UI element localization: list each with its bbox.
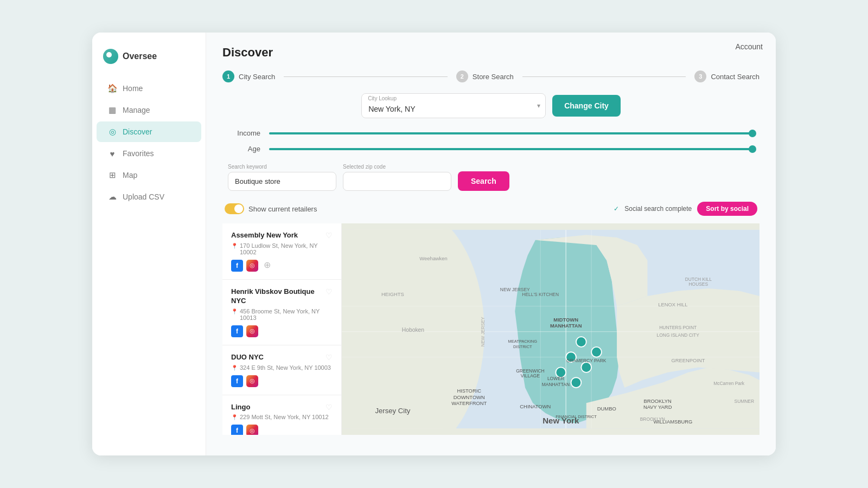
favorite-icon-3[interactable]: ♡ [326,403,333,412]
sort-by-social-button[interactable]: Sort by social [697,202,757,216]
store-name-3: Lingo [231,403,323,412]
more-icon-0: ⊕ [264,260,271,272]
page-title: Discover [222,46,760,60]
svg-text:MIDTOWN: MIDTOWN [553,317,578,323]
instagram-icon-2[interactable]: ◎ [246,375,258,387]
home-icon: 🏠 [107,84,117,93]
svg-text:CHINATOWN: CHINATOWN [520,403,551,409]
show-retailers-toggle[interactable] [225,203,244,214]
sidebar-item-home[interactable]: 🏠 Home [97,78,201,99]
svg-text:MEATPACKING: MEATPACKING [508,339,538,344]
svg-text:MANHATTAN: MANHATTAN [550,323,582,329]
keyword-input[interactable] [228,172,336,191]
svg-point-9 [576,337,586,347]
store-card-3[interactable]: Lingo ♡ 📍 229 Mott St, New York, NY 1001… [222,395,341,435]
svg-point-12 [571,377,582,388]
instagram-icon-3[interactable]: ◎ [246,425,258,435]
svg-text:MANHATTAN: MANHATTAN [542,382,570,387]
svg-text:WATERFRONT: WATERFRONT [451,400,487,406]
favorites-icon: ♥ [107,149,117,158]
map-container: Hoboken HEIGHTS MIDTOWN MANHATTAN LENOX … [342,223,760,435]
toggle-wrap: Show current retailers [225,203,317,214]
sidebar-item-map[interactable]: ⊞ Map [97,165,201,185]
age-fill [269,148,754,150]
social-status-row: ✓ Social search complete Sort by social [614,202,757,216]
income-track [269,132,754,134]
instagram-icon-0[interactable]: ◎ [246,260,258,272]
favorite-icon-1[interactable]: ♡ [326,287,333,296]
sidebar-item-upload-csv[interactable]: ☁ Upload CSV [97,187,201,207]
sliders-section: Income Age [222,129,760,153]
city-lookup-wrapper: City Lookup New York, NY ▾ [361,93,546,118]
zipcode-input[interactable] [343,172,451,191]
svg-text:Weehawken: Weehawken [419,255,447,261]
facebook-icon-0[interactable]: f [231,260,243,272]
logo: Oversee [92,43,206,77]
sidebar-item-favorites[interactable]: ♥ Favorites [97,143,201,164]
step-line-2 [522,76,686,77]
store-card-header-3: Lingo ♡ [231,403,333,412]
income-fill [269,132,754,134]
step-2-label: Store Search [473,73,514,81]
svg-text:DOWNTOWN: DOWNTOWN [454,394,485,400]
svg-text:FINANCIAL DISTRICT: FINANCIAL DISTRICT [556,414,597,419]
income-thumb[interactable] [749,130,756,137]
favorite-icon-0[interactable]: ♡ [326,231,333,240]
pin-icon-3: 📍 [231,414,238,420]
results-list: Assembly New York ♡ 📍 170 Ludlow St, New… [222,223,342,435]
svg-text:HEIGHTS: HEIGHTS [381,291,404,297]
store-address-1: 📍 456 Broome St, New York, NY 10013 [231,308,333,321]
svg-text:GREENPOINT: GREENPOINT [672,357,705,363]
svg-text:LENOX HILL: LENOX HILL [658,301,687,307]
pin-icon-0: 📍 [231,243,238,249]
svg-text:NEW JERSEY: NEW JERSEY [480,317,486,346]
zipcode-label: Selected zip code [343,164,451,170]
age-thumb[interactable] [749,145,756,153]
toggle-knob [234,204,243,213]
filter-row: Show current retailers ✓ Social search c… [222,202,760,216]
sidebar-item-label-map: Map [123,171,137,179]
store-card-2[interactable]: DUO NYC ♡ 📍 324 E 9th St, New York, NY 1… [222,345,341,395]
facebook-icon-2[interactable]: f [231,375,243,387]
facebook-icon-3[interactable]: f [231,425,243,435]
step-2: 2 Store Search [456,70,514,82]
svg-point-13 [591,347,602,357]
store-card-header-0: Assembly New York ♡ [231,231,333,240]
step-3: 3 Contact Search [694,70,760,82]
keyword-field: Search keyword [228,164,336,191]
sidebar-item-discover[interactable]: ◎ Discover [97,121,201,142]
svg-text:BROOKLYN: BROOKLYN [643,398,671,404]
age-track [269,148,754,150]
instagram-icon-1[interactable]: ◎ [246,325,258,337]
search-button[interactable]: Search [458,171,509,191]
svg-text:HELL'S KITCHEN: HELL'S KITCHEN [522,292,559,297]
social-icons-3: f ◎ [231,425,333,435]
facebook-icon-1[interactable]: f [231,325,243,337]
sidebar-item-label-upload: Upload CSV [123,192,164,201]
toggle-label: Show current retailers [248,205,317,213]
sidebar-item-label-manage: Manage [123,106,150,114]
store-card-0[interactable]: Assembly New York ♡ 📍 170 Ludlow St, New… [222,223,341,280]
step-1-circle: 1 [222,70,234,82]
income-label: Income [228,129,260,137]
account-button[interactable]: Account [735,42,763,51]
discover-icon: ◎ [107,127,117,137]
svg-text:Jersey City: Jersey City [375,407,410,415]
age-slider-row: Age [228,145,754,153]
svg-text:Hoboken: Hoboken [402,327,425,333]
sidebar-item-label-favorites: Favorites [123,149,154,158]
svg-text:DISTRICT: DISTRICT [513,344,532,349]
steps-row: 1 City Search 2 Store Search 3 Contact S… [222,70,760,82]
svg-text:SUMNER: SUMNER [735,399,755,404]
svg-text:GRAMERCY PARK: GRAMERCY PARK [566,358,607,363]
change-city-button[interactable]: Change City [552,95,621,117]
zipcode-field: Selected zip code [343,164,451,191]
favorite-icon-2[interactable]: ♡ [326,353,333,362]
svg-text:LONG ISLAND CITY: LONG ISLAND CITY [657,332,700,338]
store-name-1: Henrik Vibskov Boutique NYC [231,287,323,306]
svg-text:LOWER: LOWER [547,376,564,381]
store-card-1[interactable]: Henrik Vibskov Boutique NYC ♡ 📍 456 Broo… [222,280,341,345]
sidebar-item-manage[interactable]: ▦ Manage [97,100,201,120]
main-content: Account Discover 1 City Search 2 Store S… [206,33,776,455]
store-address-3: 📍 229 Mott St, New York, NY 10012 [231,414,333,420]
